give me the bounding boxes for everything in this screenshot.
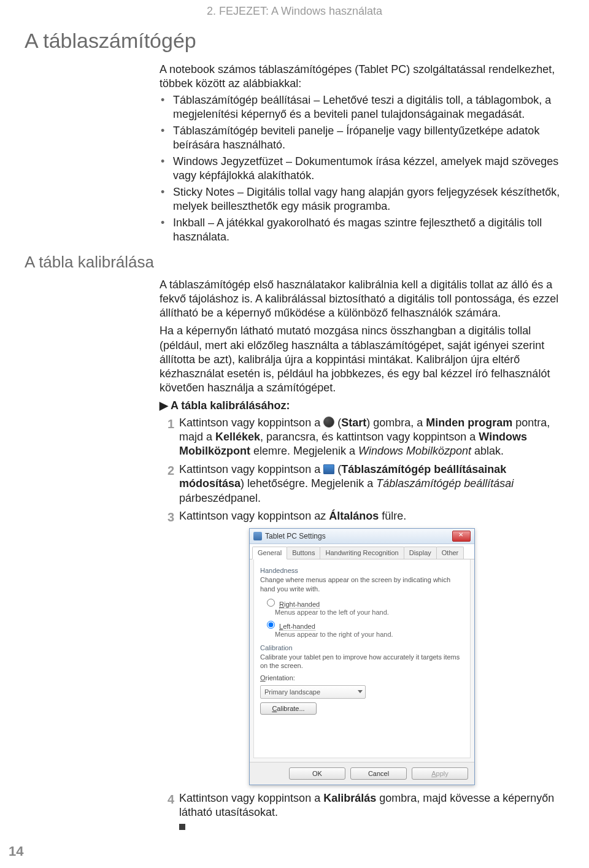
page-number: 14 xyxy=(9,843,23,859)
orientation-label: Orientation: xyxy=(260,674,464,682)
chevron-down-icon xyxy=(358,690,363,693)
triangle-icon: ▶ xyxy=(160,399,168,412)
body-paragraph: Ha a képernyőn látható mutató mozgása ni… xyxy=(160,324,564,394)
step-number: 3 xyxy=(160,509,174,525)
mobility-center-icon xyxy=(323,464,334,474)
list-item: Táblaszámítógép beállításai – Lehetővé t… xyxy=(160,93,564,121)
step-text: Kattintson vagy koppintson a xyxy=(179,463,323,475)
ok-button[interactable]: OK xyxy=(289,767,345,780)
handedness-group-label: Handedness xyxy=(260,567,464,574)
left-handed-radio-row[interactable]: Left-handed xyxy=(264,619,464,630)
tab-other[interactable]: Other xyxy=(436,547,464,559)
dialog-tabs: General Buttons Handwriting Recognition … xyxy=(250,544,474,559)
calibration-group-desc: Calibrate your tablet pen to improve how… xyxy=(260,653,464,670)
feature-bullets: Táblaszámítógép beállításai – Lehetővé t… xyxy=(160,93,564,244)
right-handed-radio-row[interactable]: Right-handed xyxy=(264,597,464,608)
dialog-footer: OK Cancel Apply xyxy=(250,762,474,785)
left-handed-radio[interactable] xyxy=(267,621,275,629)
right-handed-radio[interactable] xyxy=(267,599,275,607)
list-item: Windows Jegyzetfüzet – Dokumentumok írás… xyxy=(160,155,564,183)
dialog-title-text: Tablet PC Settings xyxy=(265,532,326,540)
step-text: Kattintson vagy koppintson az xyxy=(179,510,329,522)
italic-label: Windows Mobilközpont xyxy=(358,445,471,457)
body-paragraph: A táblaszámítógép első használatakor kal… xyxy=(160,278,564,320)
dialog-body: Handedness Change where menus appear on … xyxy=(253,559,471,758)
step-number: 1 xyxy=(160,416,174,432)
dialog-icon xyxy=(253,532,262,540)
left-handed-label: Left-handed xyxy=(279,623,315,631)
list-item: Inkball – A játékkal gyakorolható és mag… xyxy=(160,216,564,244)
tab-buttons[interactable]: Buttons xyxy=(287,547,320,559)
list-item: Sticky Notes – Digitális tollal vagy han… xyxy=(160,185,564,213)
orientation-value: Primary landscape xyxy=(264,688,320,696)
bold-label: Kellékek xyxy=(215,431,260,443)
step-item: 2 Kattintson vagy koppintson a (Táblaszá… xyxy=(160,463,564,505)
intro-block: A notebook számos táblaszámítógépes (Tab… xyxy=(160,63,564,244)
calibrate-button[interactable]: Calibrate... xyxy=(260,702,317,715)
chapter-header: 2. FEJEZET: A Windows használata xyxy=(25,5,564,18)
close-button[interactable] xyxy=(452,531,471,542)
procedure-heading: ▶A tábla kalibrálásához: xyxy=(160,399,564,412)
calibration-block: A táblaszámítógép első használatakor kal… xyxy=(160,278,564,834)
calibration-group-label: Calibration xyxy=(260,644,464,651)
bold-label: Általános xyxy=(329,510,379,522)
list-item: Táblaszámítógép beviteli panelje – Írópa… xyxy=(160,124,564,152)
italic-label: Táblaszámítógép beállításai xyxy=(376,477,514,490)
step-number: 2 xyxy=(160,463,174,478)
section-title-calibration: A tábla kalibrálása xyxy=(25,253,564,272)
tablet-pc-settings-dialog: Tablet PC Settings General Buttons Handw… xyxy=(249,528,475,785)
step-text: Kattintson vagy koppintson a xyxy=(179,792,323,804)
page-title: A táblaszámítógép xyxy=(25,29,564,53)
step-text: Kattintson vagy koppintson a xyxy=(179,417,323,429)
step-item: 4 Kattintson vagy koppintson a Kalibrálá… xyxy=(160,791,564,834)
bold-label: Kalibrálás xyxy=(323,792,376,804)
tab-display[interactable]: Display xyxy=(404,547,437,559)
intro-paragraph: A notebook számos táblaszámítógépes (Tab… xyxy=(160,63,564,91)
end-square-icon xyxy=(179,824,185,830)
cancel-button[interactable]: Cancel xyxy=(350,767,407,780)
tab-handwriting[interactable]: Handwriting Recognition xyxy=(320,547,404,559)
step-number: 4 xyxy=(160,791,174,807)
apply-button[interactable]: Apply xyxy=(412,767,468,780)
left-handed-sub: Menus appear to the right of your hand. xyxy=(275,631,464,638)
orientation-combo[interactable]: Primary landscape xyxy=(260,685,366,699)
step-item: 3 Kattintson vagy koppintson az Általáno… xyxy=(160,509,564,523)
bold-label: Start xyxy=(341,417,366,429)
handedness-group-desc: Change where menus appear on the screen … xyxy=(260,575,464,593)
dialog-titlebar: Tablet PC Settings xyxy=(250,529,474,544)
bold-label: Minden program xyxy=(426,417,512,429)
right-handed-sub: Menus appear to the left of your hand. xyxy=(275,609,464,616)
tab-general[interactable]: General xyxy=(252,547,287,559)
procedure-heading-text: A tábla kalibrálásához: xyxy=(171,399,290,412)
start-orb-icon xyxy=(323,417,334,428)
right-handed-label: Right-handed xyxy=(279,601,320,609)
step-item: 1 Kattintson vagy koppintson a (Start) g… xyxy=(160,416,564,459)
